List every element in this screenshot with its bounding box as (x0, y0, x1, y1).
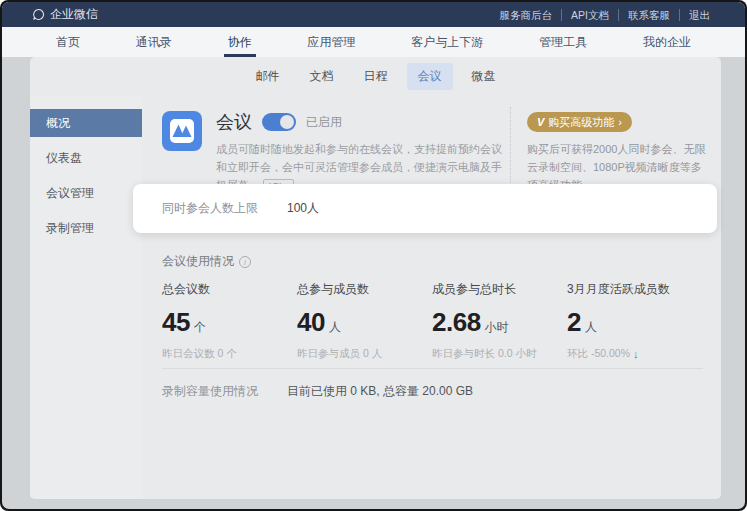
topbar-link-logout[interactable]: 退出 (679, 9, 719, 21)
sidebar-item-recording-management[interactable]: 录制管理 (30, 214, 142, 242)
feature-info: 会议 已启用 成员可随时随地发起和参与的在线会议，支持提前预约会议和立即开会，会… (216, 111, 504, 194)
trend-down-icon: ↓ (633, 348, 639, 360)
sidebar-item-overview[interactable]: 概况 (30, 109, 142, 137)
recording-capacity-row: 录制容量使用情况 目前已使用 0 KB, 总容量 20.00 GB (162, 383, 473, 400)
tab-meeting[interactable]: 会议 (407, 63, 453, 90)
stat-label: 总会议数 (162, 281, 297, 298)
stat-subtext: 环比 -50.00% ↓ (567, 347, 702, 361)
nav-item-customers[interactable]: 客户与上下游 (403, 27, 491, 57)
nav-item-home[interactable]: 首页 (48, 27, 88, 57)
feature-title-row: 会议 已启用 (216, 111, 504, 133)
stat-subtext: 昨日参与成员 0 人 (297, 347, 432, 361)
stat-subtext-label: 环比 -50.00% (567, 347, 630, 361)
stat-monthly-active: 3月月度活跃成员数 2 人 环比 -50.00% ↓ (567, 281, 702, 361)
screenshot-root: 企业微信 服务商后台 API文档 联系客服 退出 首页 通讯录 协作 应用管理 … (0, 0, 747, 511)
main-area: 会议 已启用 成员可随时随地发起和参与的在线会议，支持提前预约会议和立即开会，会… (142, 95, 721, 499)
tab-calendar[interactable]: 日程 (353, 63, 399, 90)
stat-number: 2 (567, 307, 581, 338)
content-panel: 邮件 文档 日程 会议 微盘 概况 仪表盘 会议管理 录制管理 (30, 57, 721, 499)
usage-section-title: 会议使用情况 i (162, 253, 251, 270)
arrow-right-icon: › (618, 116, 622, 128)
sidebar-item-dashboard[interactable]: 仪表盘 (30, 144, 142, 172)
topbar: 企业微信 服务商后台 API文档 联系客服 退出 (2, 2, 745, 27)
stat-value: 2.68 小时 (432, 307, 567, 338)
app-window: 企业微信 服务商后台 API文档 联系客服 退出 首页 通讯录 协作 应用管理 … (2, 2, 745, 509)
card-body: 概况 仪表盘 会议管理 录制管理 (30, 95, 721, 499)
stat-subtext-label: 昨日会议数 0 个 (162, 347, 237, 361)
nav-item-collaboration[interactable]: 协作 (220, 27, 260, 57)
nav-item-admin-tools[interactable]: 管理工具 (531, 27, 595, 57)
stat-number: 40 (297, 307, 325, 338)
recording-capacity-label: 录制容量使用情况 (162, 383, 287, 400)
stat-subtext-label: 昨日参与成员 0 人 (297, 347, 382, 361)
stat-unit: 人 (329, 319, 341, 336)
buy-premium-button[interactable]: V 购买高级功能 › (527, 112, 632, 132)
topbar-link-contact-support[interactable]: 联系客服 (618, 9, 679, 21)
sidebar: 概况 仪表盘 会议管理 录制管理 (30, 95, 142, 499)
sidebar-item-meeting-management[interactable]: 会议管理 (30, 179, 142, 207)
usage-title-text: 会议使用情况 (162, 253, 234, 270)
feature-status-label: 已启用 (306, 114, 342, 131)
main-nav: 首页 通讯录 协作 应用管理 客户与上下游 管理工具 我的企业 (2, 27, 745, 57)
info-icon[interactable]: i (239, 256, 251, 268)
concurrent-participants-value: 100人 (287, 200, 319, 217)
topbar-links: 服务商后台 API文档 联系客服 退出 (491, 9, 719, 21)
stat-unit: 人 (585, 319, 597, 336)
tab-mail[interactable]: 邮件 (245, 63, 291, 90)
stat-total-meetings: 总会议数 45 个 昨日会议数 0 个 (162, 281, 297, 361)
sub-tabs: 邮件 文档 日程 会议 微盘 (30, 57, 721, 95)
meeting-app-icon (162, 111, 202, 151)
recording-capacity-value: 目前已使用 0 KB, 总容量 20.00 GB (287, 383, 473, 400)
stat-total-participants: 总参与成员数 40 人 昨日参与成员 0 人 (297, 281, 432, 361)
nav-item-my-company[interactable]: 我的企业 (635, 27, 699, 57)
feature-enable-toggle[interactable] (262, 113, 296, 131)
stat-label: 3月月度活跃成员数 (567, 281, 702, 298)
stat-number: 2.68 (432, 307, 481, 338)
stat-subtext-label: 昨日参与时长 0.0 小时 (432, 347, 536, 361)
stat-label: 总参与成员数 (297, 281, 432, 298)
tab-docs[interactable]: 文档 (299, 63, 345, 90)
stat-subtext: 昨日参与时长 0.0 小时 (432, 347, 567, 361)
tab-drive[interactable]: 微盘 (461, 63, 507, 90)
topbar-link-provider-console[interactable]: 服务商后台 (491, 9, 562, 21)
section-divider (162, 368, 703, 369)
nav-item-app-management[interactable]: 应用管理 (299, 27, 363, 57)
toggle-knob (280, 115, 294, 129)
stat-value: 2 人 (567, 307, 702, 338)
stat-unit: 小时 (485, 319, 509, 336)
usage-stats: 总会议数 45 个 昨日会议数 0 个 总参与成员数 40 人 (162, 281, 702, 361)
stat-subtext: 昨日会议数 0 个 (162, 347, 297, 361)
stat-number: 45 (162, 307, 190, 338)
topbar-link-api-docs[interactable]: API文档 (561, 9, 618, 21)
buy-premium-label: 购买高级功能 (548, 115, 614, 130)
nav-item-contacts[interactable]: 通讯录 (128, 27, 180, 57)
stat-value: 45 个 (162, 307, 297, 338)
brand-name: 企业微信 (50, 6, 98, 23)
stat-label: 成员参与总时长 (432, 281, 567, 298)
stat-unit: 个 (194, 319, 206, 336)
stat-value: 40 人 (297, 307, 432, 338)
wework-chat-bubble-icon (32, 8, 45, 21)
premium-vip-icon: V (537, 116, 544, 128)
stat-total-duration: 成员参与总时长 2.68 小时 昨日参与时长 0.0 小时 (432, 281, 567, 361)
brand-logo: 企业微信 (32, 6, 98, 23)
highlight-row: 同时参会人数上限 100人 (133, 184, 717, 233)
concurrent-participants-label: 同时参会人数上限 (162, 200, 287, 217)
feature-title: 会议 (216, 110, 252, 134)
